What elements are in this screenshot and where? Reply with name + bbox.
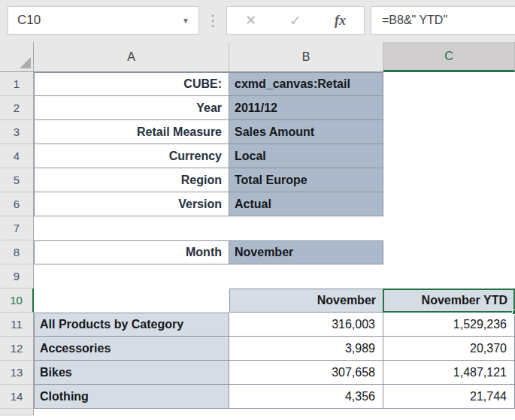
cell-a7[interactable]: [34, 216, 229, 240]
cell-b9[interactable]: [229, 264, 383, 289]
table-row: 2 Year 2011/12: [0, 96, 515, 120]
cell-c15[interactable]: [383, 409, 515, 415]
insert-function-icon[interactable]: fx: [335, 13, 346, 29]
row-header-12[interactable]: 12: [0, 337, 34, 361]
select-all-corner[interactable]: [0, 42, 34, 72]
cell-a8[interactable]: Month: [34, 240, 229, 264]
cell-b11[interactable]: 316,003: [229, 313, 383, 337]
column-header-a[interactable]: A: [34, 42, 229, 72]
row-header-15[interactable]: [0, 409, 34, 415]
cell-c8[interactable]: [383, 240, 515, 264]
row-header-13[interactable]: 13: [0, 361, 34, 385]
table-row: 1 CUBE: cxmd_canvas:Retail: [0, 72, 515, 96]
row-header-1[interactable]: 1: [0, 72, 34, 96]
cell-b6[interactable]: Actual: [229, 192, 383, 216]
cell-b10[interactable]: November: [229, 289, 383, 313]
cell-c10-active[interactable]: November YTD: [383, 289, 515, 313]
cell-c3[interactable]: [383, 120, 515, 144]
cell-c14[interactable]: 21,744: [383, 385, 515, 409]
row-header-7[interactable]: 7: [0, 216, 34, 240]
cell-b14[interactable]: 4,356: [229, 385, 383, 409]
row-header-10[interactable]: 10: [0, 289, 34, 313]
row-header-14[interactable]: 14: [0, 385, 34, 409]
cell-b7[interactable]: [229, 216, 383, 240]
cell-a14[interactable]: Clothing: [34, 385, 229, 409]
active-cell-value: November YTD: [422, 294, 507, 307]
table-row: 5 Region Total Europe: [0, 168, 515, 192]
row-header-4[interactable]: 4: [0, 144, 34, 168]
cell-a4[interactable]: Currency: [34, 144, 229, 168]
fill-handle[interactable]: [512, 310, 515, 315]
cell-c7[interactable]: [383, 216, 515, 240]
row-header-6[interactable]: 6: [0, 192, 34, 216]
cell-a6[interactable]: Version: [34, 192, 229, 216]
spreadsheet-window: C10 ▼ ⋮ ✕ ✓ fx =B8&" YTD" A B C 1 CUBE: …: [0, 0, 515, 420]
cell-c6[interactable]: [383, 192, 515, 216]
toolbar-drag-handle-icon: ⋮: [199, 6, 226, 35]
cell-b1[interactable]: cxmd_canvas:Retail: [229, 72, 383, 96]
table-row: 13 Bikes 307,658 1,487,121: [0, 361, 515, 385]
row-header-3[interactable]: 3: [0, 120, 34, 144]
cell-c5[interactable]: [383, 168, 515, 192]
cell-a12[interactable]: Accessories: [34, 337, 229, 361]
select-all-icon: [20, 57, 31, 68]
formula-bar[interactable]: =B8&" YTD": [371, 6, 515, 35]
formula-buttons-group: ✕ ✓ fx: [226, 6, 365, 35]
name-box[interactable]: C10 ▼: [8, 6, 199, 35]
table-row: 10 November November YTD: [0, 289, 515, 313]
formula-toolbar: C10 ▼ ⋮ ✕ ✓ fx =B8&" YTD": [0, 0, 515, 42]
cell-c11[interactable]: 1,529,236: [383, 313, 515, 337]
cell-b3[interactable]: Sales Amount: [229, 120, 383, 144]
table-row: 6 Version Actual: [0, 192, 515, 216]
cell-c1[interactable]: [383, 72, 515, 96]
cell-b2[interactable]: 2011/12: [229, 96, 383, 120]
cell-b4[interactable]: Local: [229, 144, 383, 168]
table-row: 4 Currency Local: [0, 144, 515, 168]
enter-icon[interactable]: ✓: [289, 12, 301, 29]
cell-b5[interactable]: Total Europe: [229, 168, 383, 192]
table-row: 8 Month November: [0, 240, 515, 264]
cell-b15[interactable]: [229, 409, 383, 415]
cancel-icon[interactable]: ✕: [245, 12, 256, 29]
cell-a13[interactable]: Bikes: [34, 361, 229, 385]
row-header-8[interactable]: 8: [0, 240, 34, 264]
cell-a9[interactable]: [34, 264, 229, 289]
table-row: 12 Accessories 3,989 20,370: [0, 337, 515, 361]
table-row: 11 All Products by Category 316,003 1,52…: [0, 313, 515, 337]
cell-c12[interactable]: 20,370: [383, 337, 515, 361]
column-header-c[interactable]: C: [383, 42, 515, 72]
table-row: 9: [0, 264, 515, 289]
row-header-5[interactable]: 5: [0, 168, 34, 192]
column-header-row: A B C: [0, 42, 515, 72]
cell-a5[interactable]: Region: [34, 168, 229, 192]
table-row: 7: [0, 216, 515, 240]
row-header-9[interactable]: 9: [0, 264, 34, 289]
table-row: 14 Clothing 4,356 21,744: [0, 385, 515, 409]
cell-a10[interactable]: [34, 289, 229, 313]
cell-a2[interactable]: Year: [34, 96, 229, 120]
cell-b12[interactable]: 3,989: [229, 337, 383, 361]
row-header-2[interactable]: 2: [0, 96, 34, 120]
cell-a1[interactable]: CUBE:: [34, 72, 229, 96]
table-row: [0, 409, 515, 415]
cell-c2[interactable]: [383, 96, 515, 120]
name-box-value: C10: [17, 13, 41, 28]
table-row: 3 Retail Measure Sales Amount: [0, 120, 515, 144]
cell-a3[interactable]: Retail Measure: [34, 120, 229, 144]
cell-b8[interactable]: November: [229, 240, 383, 264]
cell-a11[interactable]: All Products by Category: [34, 313, 229, 337]
column-header-b[interactable]: B: [229, 42, 383, 72]
cell-c4[interactable]: [383, 144, 515, 168]
cell-b13[interactable]: 307,658: [229, 361, 383, 385]
cell-a15[interactable]: [34, 409, 229, 415]
chevron-down-icon[interactable]: ▼: [182, 17, 189, 25]
row-header-11[interactable]: 11: [0, 313, 34, 337]
cell-c9[interactable]: [383, 264, 515, 289]
cell-c13[interactable]: 1,487,121: [383, 361, 515, 385]
worksheet-grid: A B C 1 CUBE: cxmd_canvas:Retail 2 Year …: [0, 42, 515, 415]
